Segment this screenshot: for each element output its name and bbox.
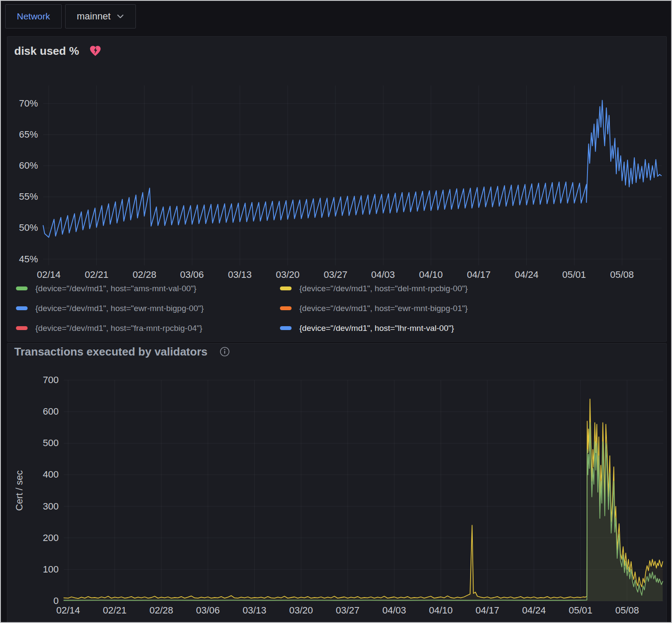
- info-icon[interactable]: [220, 346, 230, 357]
- network-variable-label: Network: [5, 4, 62, 28]
- y-tick-label: 65%: [19, 129, 38, 140]
- y-tick-label: 200: [43, 532, 59, 544]
- x-tick-label: 04/24: [515, 605, 553, 616]
- series-color-dash: [16, 286, 28, 290]
- legend-item[interactable]: {device="/dev/md1", host="fra-mnt-rpcbig…: [16, 321, 280, 335]
- transactions-chart[interactable]: 02/1402/2102/2803/0603/1303/2003/2704/03…: [64, 380, 663, 601]
- x-tick-label: 04/17: [459, 269, 498, 280]
- x-tick-label: 03/06: [173, 269, 211, 280]
- y-tick-label: 300: [43, 501, 59, 512]
- network-variable-select[interactable]: mainnet: [65, 4, 136, 28]
- x-tick-label: 04/03: [364, 269, 402, 280]
- x-tick-label: 02/28: [142, 605, 181, 616]
- x-tick-label: 02/14: [29, 269, 68, 280]
- x-tick-label: 05/08: [603, 269, 641, 280]
- legend-label: {device="/dev/md1", host="fra-mnt-rpcbig…: [35, 321, 202, 335]
- y-tick-label: 45%: [19, 254, 38, 265]
- legend-item[interactable]: {device="/dev/md1", host="lhr-mnt-val-00…: [280, 321, 468, 335]
- transactions-panel: Transactions executed by validators Cert…: [7, 343, 667, 623]
- y-tick-label: 100: [43, 564, 59, 575]
- y-tick-label: 60%: [19, 160, 38, 171]
- disk-used-panel: disk used % 02/1402/2102/2803/0603/1303/…: [7, 36, 667, 342]
- series-color-dash: [280, 306, 292, 310]
- chart-canvas[interactable]: [64, 380, 663, 601]
- x-tick-label: 02/21: [95, 605, 134, 616]
- y-tick-label: 55%: [19, 191, 38, 202]
- legend-item[interactable]: {device="/dev/md1", host="ewr-mnt-bigpg-…: [280, 302, 468, 315]
- y-tick-label: 700: [43, 374, 59, 386]
- x-tick-label: 03/27: [328, 605, 367, 616]
- variable-toolbar: Network mainnet: [5, 4, 136, 28]
- series-color-dash: [16, 306, 28, 310]
- disk-used-legend: {device="/dev/md1", host="ams-mnt-val-00…: [16, 282, 468, 335]
- broken-heart-alert-icon[interactable]: [89, 45, 101, 57]
- chart-canvas[interactable]: [43, 85, 662, 265]
- legend-label: {device="/dev/md1", host="lhr-mnt-val-00…: [299, 321, 454, 335]
- y-tick-label: 600: [43, 406, 59, 417]
- transactions-panel-header[interactable]: Transactions executed by validators: [14, 345, 230, 358]
- x-tick-label: 05/08: [608, 605, 647, 616]
- x-tick-label: 03/20: [268, 269, 307, 280]
- x-tick-label: 02/28: [125, 269, 164, 280]
- panel-title: disk used %: [14, 44, 79, 57]
- grafana-dashboard: Network mainnet disk used % 02/1402/2102…: [0, 0, 672, 623]
- x-tick-label: 03/27: [316, 269, 355, 280]
- x-tick-label: 04/10: [411, 269, 450, 280]
- y-tick-label: 70%: [19, 98, 38, 109]
- x-tick-label: 05/01: [561, 605, 600, 616]
- series-color-dash: [16, 326, 28, 330]
- y-tick-label: 50%: [19, 222, 38, 233]
- legend-item[interactable]: {device="/dev/md1", host="ewr-mnt-bigpg-…: [16, 302, 280, 315]
- x-tick-label: 03/06: [188, 605, 227, 616]
- x-tick-label: 03/20: [282, 605, 320, 616]
- disk-used-chart[interactable]: 02/1402/2102/2803/0603/1303/2003/2704/03…: [43, 85, 662, 265]
- y-tick-label: 400: [43, 469, 59, 480]
- x-tick-label: 04/17: [468, 605, 507, 616]
- x-tick-label: 03/13: [235, 605, 274, 616]
- network-value-text: mainnet: [77, 11, 110, 22]
- x-tick-label: 03/13: [220, 269, 259, 280]
- network-label-text: Network: [17, 11, 50, 22]
- x-tick-label: 04/24: [507, 269, 546, 280]
- legend-label: {device="/dev/md1", host="ewr-mnt-bigpg-…: [35, 302, 204, 315]
- x-tick-label: 04/10: [421, 605, 460, 616]
- x-tick-label: 04/03: [375, 605, 414, 616]
- legend-label: {device="/dev/md1", host="ams-mnt-val-00…: [35, 282, 196, 295]
- chevron-down-icon: [116, 14, 124, 19]
- y-tick-label: 0: [53, 595, 59, 607]
- legend-item[interactable]: {device="/dev/md1", host="ams-mnt-val-00…: [16, 282, 280, 295]
- panel-title: Transactions executed by validators: [14, 345, 207, 358]
- legend-item[interactable]: {device="/dev/md1", host="del-mnt-rpcbig…: [280, 282, 468, 295]
- x-tick-label: 05/01: [555, 269, 593, 280]
- y-axis-title: Cert / sec: [14, 470, 25, 511]
- disk-used-panel-header[interactable]: disk used %: [14, 44, 101, 57]
- series-color-dash: [280, 286, 292, 290]
- legend-label: {device="/dev/md1", host="del-mnt-rpcbig…: [299, 282, 468, 295]
- y-tick-label: 500: [43, 437, 59, 449]
- series-color-dash: [280, 326, 292, 330]
- x-tick-label: 02/21: [77, 269, 116, 280]
- legend-label: {device="/dev/md1", host="ewr-mnt-bigpg-…: [299, 302, 468, 315]
